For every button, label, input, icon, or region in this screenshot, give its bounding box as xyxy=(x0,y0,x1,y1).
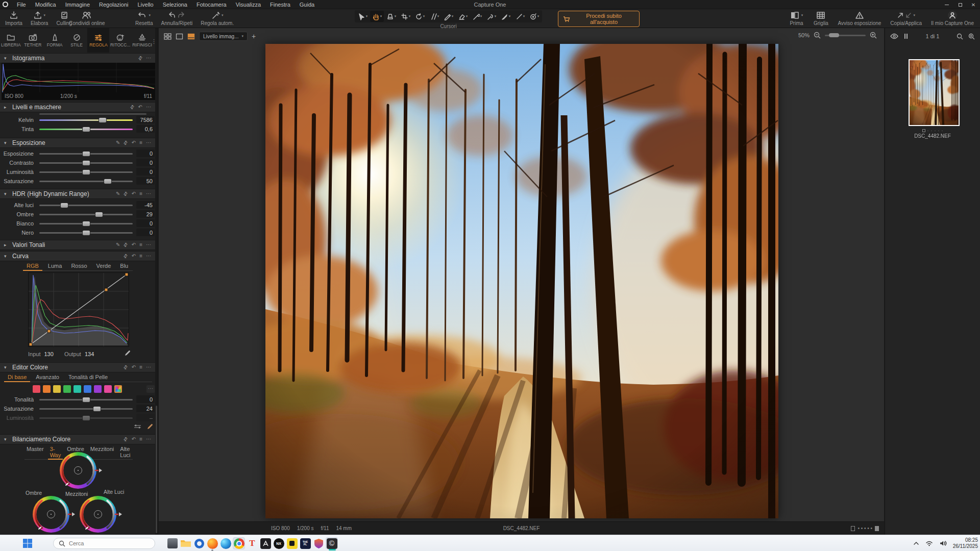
tab-stile[interactable]: STILE xyxy=(66,28,88,53)
highlights-color-wheel[interactable] xyxy=(80,496,116,533)
draw-mask-tool[interactable]: ▾ xyxy=(442,11,455,22)
lightness-slider[interactable] xyxy=(39,417,133,419)
eye-icon[interactable] xyxy=(890,33,898,39)
contrast-handle[interactable] xyxy=(82,160,90,166)
grid-button[interactable]: Griglia xyxy=(813,10,828,26)
black-slider[interactable] xyxy=(39,232,133,234)
black-value[interactable]: 0 xyxy=(136,229,155,236)
close-button[interactable]: ✕ xyxy=(967,0,980,9)
brush-edit-icon[interactable]: ✎ xyxy=(116,191,120,196)
curve-tab-verde[interactable]: Verde xyxy=(93,262,115,270)
auto-adjust-button[interactable]: ▾ Regola autom. xyxy=(201,10,234,26)
clone-mask-tool[interactable]: ▾ xyxy=(484,11,498,22)
copy-apply-button[interactable]: ▾ Copia/Applica xyxy=(890,10,922,26)
brightness-slider[interactable] xyxy=(39,171,133,173)
taskbar-app-chrome[interactable] xyxy=(233,537,245,549)
select-cursor-tool[interactable]: ▾ xyxy=(356,11,370,22)
tab-ritocco[interactable]: RITOCC... xyxy=(109,28,131,53)
shadows-slider[interactable] xyxy=(39,214,133,215)
zoom-slider[interactable] xyxy=(825,35,866,36)
swatch-red[interactable] xyxy=(33,385,40,393)
brightness-value[interactable]: 0 xyxy=(136,168,155,176)
presets-icon[interactable]: ≡ xyxy=(139,254,142,259)
more-options-icon[interactable]: ··· xyxy=(146,191,151,196)
lightness-handle[interactable] xyxy=(82,415,90,421)
curve-tab-rosso[interactable]: Rosso xyxy=(67,262,90,270)
swatch-orange[interactable] xyxy=(43,385,51,393)
reset-icon[interactable]: ↶ xyxy=(132,140,136,145)
tab-di-base[interactable]: Di base xyxy=(4,373,30,382)
taskbar-app-nx[interactable]: NX xyxy=(273,537,285,549)
tab-libreria[interactable]: LIBRERIA xyxy=(0,28,22,53)
cb-tab-master[interactable]: Master xyxy=(24,445,46,459)
exposure-warning-button[interactable]: Avviso esposizione xyxy=(838,10,881,26)
swatch-pink[interactable] xyxy=(104,385,112,393)
cb-tab-alteluci[interactable]: Alte Luci xyxy=(118,445,133,459)
menu-regolazioni[interactable]: Regolazioni xyxy=(94,1,133,8)
lightness-value[interactable]: – xyxy=(136,414,155,421)
color-balance-panel-header[interactable]: ▾Bilanciamento Colore ⇄ ↶ ≡ ··· xyxy=(0,434,155,444)
tab-avanzato[interactable]: Avanzato xyxy=(32,373,63,382)
white-balance-picker-tool[interactable]: ▾ xyxy=(527,11,541,22)
hdr-panel-header[interactable]: ▾HDR (High Dynamic Range) ✎ ⇄ ↶ ≡ ··· xyxy=(0,189,155,199)
reset-icon[interactable]: ↶ xyxy=(138,105,142,110)
exposure-slider[interactable] xyxy=(39,153,133,155)
curve-picker-icon[interactable] xyxy=(124,349,131,357)
copy-settings-icon[interactable]: ⇄ xyxy=(122,253,129,259)
tab-tonalita-pelle[interactable]: Tonalità di Pelle xyxy=(65,373,111,382)
curve-tab-rgb[interactable]: RGB xyxy=(23,262,42,271)
single-view-icon[interactable] xyxy=(176,33,183,40)
presets-icon[interactable]: ≡ xyxy=(139,140,142,145)
share-online-button[interactable]: Condividi online xyxy=(69,10,105,26)
menu-guida[interactable]: Guida xyxy=(295,1,319,8)
saturation-handle[interactable] xyxy=(104,179,112,184)
tag-icon[interactable] xyxy=(875,526,879,531)
photo-canvas[interactable] xyxy=(265,44,778,518)
layers-panel-header[interactable]: ▸Livelli e maschere ⇄ ↶ ··· xyxy=(0,102,155,112)
more-options-icon[interactable]: ··· xyxy=(146,105,151,110)
white-value[interactable]: 0 xyxy=(136,219,155,227)
layer-dropdown[interactable]: Livello immag...▾ xyxy=(199,32,248,41)
slider-range-icon[interactable] xyxy=(134,423,141,430)
swatch-yellow[interactable] xyxy=(53,385,61,393)
taskbar-search[interactable] xyxy=(53,538,155,549)
zoom-in-icon[interactable] xyxy=(870,32,877,39)
ce-saturation-slider[interactable] xyxy=(39,408,133,410)
curve-panel-header[interactable]: ▾Curva ⇄ ↶ ≡ ··· xyxy=(0,251,155,261)
more-options-icon[interactable]: ··· xyxy=(146,140,151,145)
taskbar-app-explorer[interactable] xyxy=(180,537,192,549)
color-picker-icon[interactable] xyxy=(146,422,154,430)
filter-bars-icon[interactable] xyxy=(903,33,909,39)
menu-seleziona[interactable]: Seleziona xyxy=(158,1,192,8)
copy-settings-icon[interactable]: ⇄ xyxy=(122,139,129,146)
tab-forma[interactable]: FORMA xyxy=(44,28,66,53)
copy-settings-icon[interactable]: ⇄ xyxy=(122,436,129,442)
curve-tab-luma[interactable]: Luma xyxy=(44,262,66,270)
swatch-purple[interactable] xyxy=(94,385,102,393)
more-options-icon[interactable]: ··· xyxy=(146,242,151,247)
pan-hand-tool[interactable]: ▾ xyxy=(370,11,384,22)
taskbar-app-firefox[interactable] xyxy=(206,537,218,549)
rotate-tool[interactable]: ▾ xyxy=(413,11,427,22)
presets-icon[interactable]: ≡ xyxy=(139,437,142,442)
zoom-level[interactable]: 50% xyxy=(798,32,810,38)
reset-icon[interactable]: ↶ xyxy=(132,254,136,259)
brightness-handle[interactable] xyxy=(82,169,90,175)
wifi-icon[interactable] xyxy=(925,540,933,546)
hue-handle[interactable] xyxy=(82,397,90,403)
reset-icon[interactable]: ↶ xyxy=(132,242,136,247)
contrast-slider[interactable] xyxy=(39,162,133,164)
menu-file[interactable]: File xyxy=(12,1,31,8)
tray-chevron-up-icon[interactable] xyxy=(913,541,919,545)
menu-fotocamera[interactable]: Fotocamera xyxy=(192,1,231,8)
taskbar-app-desktop[interactable] xyxy=(166,537,179,549)
swatch-teal[interactable] xyxy=(74,385,81,393)
saturation-slider[interactable] xyxy=(39,181,133,182)
menu-modifica[interactable]: Modifica xyxy=(31,1,61,8)
copy-settings-icon[interactable]: ⇄ xyxy=(122,364,129,370)
tint-slider[interactable] xyxy=(39,129,133,130)
proof-icon[interactable] xyxy=(851,526,855,531)
histogram-panel-header[interactable]: ▾Istogramma ⇄ ··· xyxy=(0,53,155,63)
more-options-icon[interactable]: ··· xyxy=(146,254,151,259)
kelvin-value[interactable]: 7586 xyxy=(136,116,155,123)
